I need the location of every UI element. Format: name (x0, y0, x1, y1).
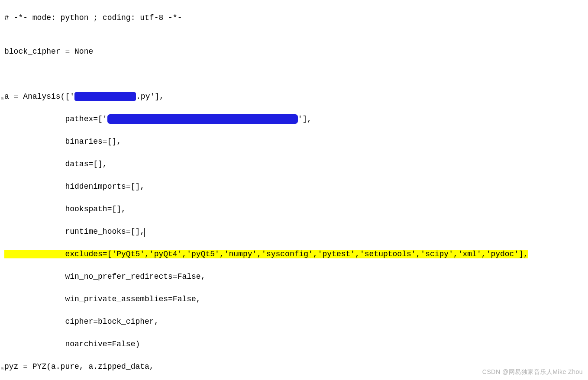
code-line: hiddenimports=[], (4, 181, 588, 192)
fold-icon: ⊟ (1, 364, 4, 367)
watermark-text: CSDN @网易独家音乐人Mike Zhou (482, 366, 583, 377)
redacted-block (107, 114, 298, 124)
code-text: .py'], (136, 92, 164, 101)
code-line: block_cipher = None (4, 46, 588, 57)
code-line: noarchive=False) (4, 338, 588, 350)
code-line: # -*- mode: python ; coding: utf-8 -*- (4, 12, 588, 23)
redacted-block (74, 92, 136, 101)
code-line: cipher=block_cipher, (4, 316, 588, 327)
fold-icon: ⊟ (1, 93, 4, 97)
code-line: runtime_hooks=[], (4, 226, 588, 237)
code-text: runtime_hooks=[], (4, 227, 145, 236)
code-text: a = Analysis([' (4, 92, 74, 101)
code-line: win_private_assemblies=False, (4, 293, 588, 305)
code-text: pyz = PYZ(a.pure, a.zipped_data, (4, 362, 154, 371)
code-line-highlighted: excludes=['PyQt5','pyQt4','pyQt5','numpy… (4, 248, 588, 260)
code-block: # -*- mode: python ; coding: utf-8 -*- b… (0, 0, 588, 380)
code-line: ⊟a = Analysis(['.py'], (4, 91, 588, 102)
code-line: hookspath=[], (4, 203, 588, 215)
code-line: pathex=[''], (4, 113, 588, 125)
code-text: '], (298, 115, 312, 123)
code-text: pathex=[' (4, 115, 107, 123)
code-line: datas=[], (4, 158, 588, 170)
code-line: win_no_prefer_redirects=False, (4, 271, 588, 282)
highlighted-text: excludes=['PyQt5','pyQt4','pyQt5','numpy… (4, 250, 528, 258)
code-line: binaries=[], (4, 136, 588, 147)
